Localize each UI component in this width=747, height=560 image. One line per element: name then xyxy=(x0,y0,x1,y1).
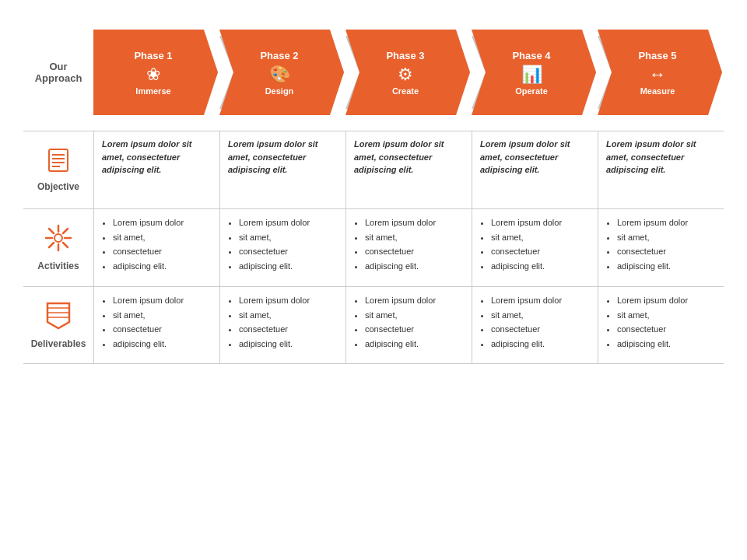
grid-row-objective: Objective Lorem ipsum dolor sit amet, co… xyxy=(23,131,724,208)
chevron-shape-5: Phase 5 ↔ Measure xyxy=(598,30,722,115)
objective-icon xyxy=(46,148,71,178)
chevron-shape-4: Phase 4 📊 Operate xyxy=(472,30,596,115)
phase-icon-1: ❀ xyxy=(146,65,160,85)
list-item: adipiscing elit. xyxy=(491,259,591,274)
deliverables-cell-1: Lorem ipsum dolorsit amet,consectetuerad… xyxy=(93,287,219,363)
list-item: consectetuer xyxy=(239,322,339,337)
deliverables-cell-5: Lorem ipsum dolorsit amet,consectetuerad… xyxy=(598,287,724,363)
list-item: consectetuer xyxy=(113,322,213,337)
list-item: consectetuer xyxy=(113,244,213,259)
objective-cell-3: Lorem ipsum dolor sit amet, consectetuer… xyxy=(345,131,472,208)
activities-cells: Lorem ipsum dolorsit amet,consectetuerad… xyxy=(93,209,724,286)
approach-label: OurApproach xyxy=(23,30,93,115)
deliverables-label: Deliverables xyxy=(31,338,86,349)
phase-icon-5: ↔ xyxy=(649,65,666,85)
activities-cell-1: Lorem ipsum dolorsit amet,consectetuerad… xyxy=(93,209,219,286)
deliverables-cell-3: Lorem ipsum dolorsit amet,consectetuerad… xyxy=(345,287,472,363)
chevron-section: OurApproach Phase 1 ❀ Immerse Phase 2 🎨 xyxy=(23,30,724,115)
activities-cell-5: Lorem ipsum dolorsit amet,consectetuerad… xyxy=(598,209,724,286)
list-item: sit amet, xyxy=(491,230,591,245)
activities-cell-4: Lorem ipsum dolorsit amet,consectetuerad… xyxy=(472,209,598,286)
list-item: sit amet, xyxy=(113,308,213,323)
grid-row-deliverables: Deliverables Lorem ipsum dolorsit amet,c… xyxy=(23,286,724,364)
phase-label-4: Phase 4 xyxy=(512,50,550,61)
svg-line-19 xyxy=(49,229,54,233)
deliverables-cell-4: Lorem ipsum dolorsit amet,consectetuerad… xyxy=(472,287,598,363)
phase-name-3: Create xyxy=(392,86,419,96)
phase-label-5: Phase 5 xyxy=(638,50,676,61)
phase-icon-3: ⚙ xyxy=(398,65,413,85)
list-item: adipiscing elit. xyxy=(113,259,213,274)
list-item: consectetuer xyxy=(491,322,591,337)
svg-marker-24 xyxy=(47,303,69,328)
list-item: sit amet, xyxy=(491,308,591,323)
list-item: sit amet, xyxy=(617,308,717,323)
activities-icon xyxy=(44,224,72,257)
objective-label: Objective xyxy=(37,181,79,192)
grid-row-activities: Activities Lorem ipsum dolorsit amet,con… xyxy=(23,208,724,286)
list-item: sit amet, xyxy=(113,230,213,245)
chevrons-container: Phase 1 ❀ Immerse Phase 2 🎨 Design xyxy=(93,30,724,115)
phase-icon-2: 🎨 xyxy=(269,65,290,85)
deliverables-cell-2: Lorem ipsum dolorsit amet,consectetuerad… xyxy=(219,287,345,363)
list-item: consectetuer xyxy=(365,322,465,337)
chevron-shape-1: Phase 1 ❀ Immerse xyxy=(93,30,218,115)
list-item: sit amet, xyxy=(365,230,465,245)
list-item: sit amet, xyxy=(617,230,717,245)
deliverables-cells: Lorem ipsum dolorsit amet,consectetuerad… xyxy=(93,287,724,363)
list-item: Lorem ipsum dolor xyxy=(113,215,213,230)
phase-label-2: Phase 2 xyxy=(260,50,298,61)
list-item: adipiscing elit. xyxy=(365,337,465,352)
activities-cell-2: Lorem ipsum dolorsit amet,consectetuerad… xyxy=(219,209,345,286)
list-item: consectetuer xyxy=(617,322,717,337)
list-item: consectetuer xyxy=(365,244,465,259)
list-item: Lorem ipsum dolor xyxy=(239,215,339,230)
list-item: adipiscing elit. xyxy=(365,259,465,274)
list-item: Lorem ipsum dolor xyxy=(617,293,717,308)
grid-section: Objective Lorem ipsum dolor sit amet, co… xyxy=(23,131,724,364)
svg-point-23 xyxy=(54,234,62,242)
list-item: consectetuer xyxy=(617,244,717,259)
phase-icon-4: 📊 xyxy=(521,65,542,85)
svg-rect-10 xyxy=(49,149,68,171)
list-item: adipiscing elit. xyxy=(491,337,591,352)
list-item: Lorem ipsum dolor xyxy=(365,215,465,230)
chevron-shape-2: Phase 2 🎨 Design xyxy=(219,30,344,115)
list-item: Lorem ipsum dolor xyxy=(113,293,213,308)
phase-label-1: Phase 1 xyxy=(134,50,172,61)
phase-name-1: Immerse xyxy=(135,86,170,96)
list-item: adipiscing elit. xyxy=(239,337,339,352)
phase-label-3: Phase 3 xyxy=(386,50,424,61)
svg-line-20 xyxy=(63,243,68,247)
activities-label: Activities xyxy=(37,261,79,271)
row-header-objective: Objective xyxy=(23,131,93,208)
list-item: Lorem ipsum dolor xyxy=(239,293,339,308)
objective-cell-4: Lorem ipsum dolor sit amet, consectetuer… xyxy=(472,131,598,208)
objective-cell-5: Lorem ipsum dolor sit amet, consectetuer… xyxy=(598,131,724,208)
list-item: consectetuer xyxy=(239,244,339,259)
svg-line-21 xyxy=(63,229,68,233)
objective-cells: Lorem ipsum dolor sit amet, consectetuer… xyxy=(93,131,724,208)
list-item: sit amet, xyxy=(239,308,339,323)
list-item: adipiscing elit. xyxy=(617,259,717,274)
row-header-activities: Activities xyxy=(23,209,93,286)
list-item: Lorem ipsum dolor xyxy=(365,293,465,308)
list-item: sit amet, xyxy=(239,230,339,245)
list-item: adipiscing elit. xyxy=(113,337,213,352)
deliverables-icon xyxy=(46,302,71,335)
list-item: Lorem ipsum dolor xyxy=(491,215,591,230)
list-item: sit amet, xyxy=(365,308,465,323)
list-item: adipiscing elit. xyxy=(617,337,717,352)
svg-line-22 xyxy=(49,243,54,247)
list-item: adipiscing elit. xyxy=(239,259,339,274)
chevron-2: Phase 2 🎨 Design xyxy=(219,30,344,115)
chevron-shape-3: Phase 3 ⚙ Create xyxy=(345,30,470,115)
phase-name-4: Operate xyxy=(515,86,548,96)
list-item: Lorem ipsum dolor xyxy=(491,293,591,308)
phase-name-5: Measure xyxy=(640,86,675,96)
list-item: consectetuer xyxy=(491,244,591,259)
chevron-5: Phase 5 ↔ Measure xyxy=(598,30,722,115)
objective-cell-2: Lorem ipsum dolor sit amet, consectetuer… xyxy=(219,131,345,208)
chevron-4: Phase 4 📊 Operate xyxy=(472,30,596,115)
objective-cell-1: Lorem ipsum dolor sit amet, consectetuer… xyxy=(93,131,219,208)
